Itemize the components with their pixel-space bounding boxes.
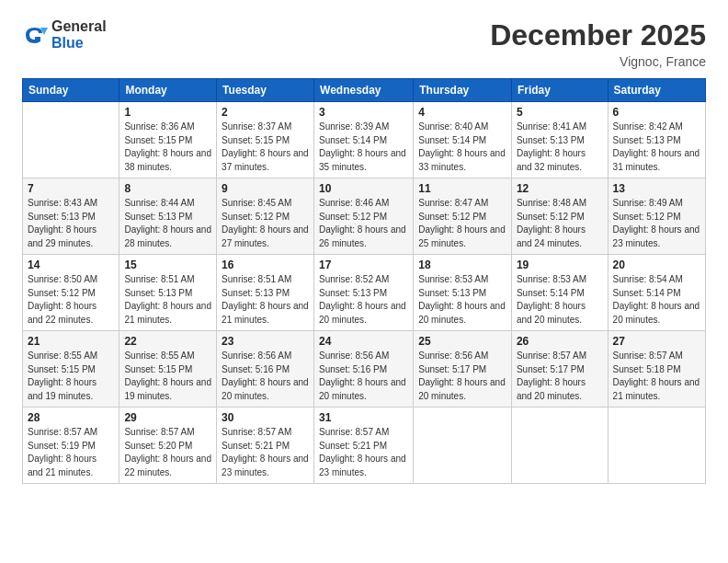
day-number: 18	[418, 259, 506, 271]
week-row-4: 21 Sunrise: 8:55 AM Sunset: 5:15 PM Dayl…	[23, 331, 706, 408]
day-info: Sunrise: 8:40 AM Sunset: 5:14 PM Dayligh…	[418, 121, 506, 174]
day-info: Sunrise: 8:56 AM Sunset: 5:16 PM Dayligh…	[319, 350, 408, 403]
daylight-text: Daylight: 8 hours and 19 minutes.	[124, 377, 211, 401]
daylight-text: Daylight: 8 hours and 20 minutes.	[418, 377, 506, 401]
daylight-text: Daylight: 8 hours and 20 minutes.	[517, 301, 586, 325]
day-number: 31	[319, 411, 408, 424]
sunrise-text: Sunrise: 8:57 AM	[222, 427, 291, 437]
day-info: Sunrise: 8:55 AM Sunset: 5:15 PM Dayligh…	[124, 350, 211, 403]
sunrise-text: Sunrise: 8:36 AM	[124, 121, 194, 132]
day-info: Sunrise: 8:57 AM Sunset: 5:18 PM Dayligh…	[613, 350, 700, 403]
day-cell: 24 Sunrise: 8:56 AM Sunset: 5:16 PM Dayl…	[314, 331, 414, 408]
day-number: 21	[28, 335, 114, 348]
day-number: 23	[222, 335, 309, 348]
day-cell: 13 Sunrise: 8:49 AM Sunset: 5:12 PM Dayl…	[608, 178, 705, 255]
month-title: December 2025	[490, 18, 706, 52]
day-cell: 15 Sunrise: 8:51 AM Sunset: 5:13 PM Dayl…	[119, 255, 217, 331]
sunrise-text: Sunrise: 8:56 AM	[319, 350, 389, 361]
sunset-text: Sunset: 5:18 PM	[613, 364, 681, 374]
sunset-text: Sunset: 5:15 PM	[124, 364, 192, 374]
sunrise-text: Sunrise: 8:55 AM	[124, 350, 194, 361]
sunrise-text: Sunrise: 8:53 AM	[517, 274, 586, 284]
day-cell: 9 Sunrise: 8:45 AM Sunset: 5:12 PM Dayli…	[217, 178, 314, 255]
daylight-text: Daylight: 8 hours and 20 minutes.	[222, 377, 309, 401]
day-number: 22	[124, 335, 211, 348]
day-cell: 12 Sunrise: 8:48 AM Sunset: 5:12 PM Dayl…	[511, 178, 608, 255]
day-cell: 2 Sunrise: 8:37 AM Sunset: 5:15 PM Dayli…	[217, 102, 314, 178]
day-number: 14	[28, 259, 114, 271]
daylight-text: Daylight: 8 hours and 20 minutes.	[418, 301, 506, 325]
sunrise-text: Sunrise: 8:55 AM	[28, 350, 97, 361]
location: Vignoc, France	[490, 54, 706, 69]
day-number: 8	[124, 182, 211, 195]
day-number: 30	[222, 411, 309, 424]
sunrise-text: Sunrise: 8:57 AM	[28, 427, 97, 437]
week-row-2: 7 Sunrise: 8:43 AM Sunset: 5:13 PM Dayli…	[23, 178, 706, 255]
day-cell: 18 Sunrise: 8:53 AM Sunset: 5:13 PM Dayl…	[414, 255, 512, 331]
daylight-text: Daylight: 8 hours and 23 minutes.	[613, 224, 700, 248]
daylight-text: Daylight: 8 hours and 22 minutes.	[28, 301, 97, 325]
sunset-text: Sunset: 5:13 PM	[222, 288, 290, 298]
day-info: Sunrise: 8:46 AM Sunset: 5:12 PM Dayligh…	[319, 197, 408, 250]
day-cell: 26 Sunrise: 8:57 AM Sunset: 5:17 PM Dayl…	[511, 331, 608, 408]
title-block: December 2025 Vignoc, France	[490, 18, 706, 69]
col-sunday: Sunday	[23, 79, 119, 102]
day-number: 20	[613, 259, 700, 271]
day-cell: 20 Sunrise: 8:54 AM Sunset: 5:14 PM Dayl…	[608, 255, 705, 331]
day-number: 19	[517, 259, 603, 271]
day-info: Sunrise: 8:49 AM Sunset: 5:12 PM Dayligh…	[613, 197, 700, 250]
daylight-text: Daylight: 8 hours and 29 minutes.	[28, 224, 97, 248]
sunset-text: Sunset: 5:19 PM	[28, 441, 96, 451]
sunset-text: Sunset: 5:13 PM	[124, 212, 192, 222]
sunrise-text: Sunrise: 8:44 AM	[124, 198, 194, 208]
day-number: 12	[517, 182, 603, 195]
sunrise-text: Sunrise: 8:53 AM	[418, 274, 488, 284]
col-thursday: Thursday	[414, 79, 512, 102]
sunset-text: Sunset: 5:15 PM	[28, 364, 96, 374]
daylight-text: Daylight: 8 hours and 23 minutes.	[222, 454, 309, 477]
day-info: Sunrise: 8:47 AM Sunset: 5:12 PM Dayligh…	[418, 197, 506, 250]
day-number: 1	[124, 106, 211, 119]
weekday-header-row: Sunday Monday Tuesday Wednesday Thursday…	[23, 79, 706, 102]
week-row-1: 1 Sunrise: 8:36 AM Sunset: 5:15 PM Dayli…	[23, 102, 706, 178]
daylight-text: Daylight: 8 hours and 27 minutes.	[222, 224, 309, 248]
day-info: Sunrise: 8:57 AM Sunset: 5:20 PM Dayligh…	[124, 426, 211, 479]
sunset-text: Sunset: 5:17 PM	[517, 364, 585, 374]
daylight-text: Daylight: 8 hours and 33 minutes.	[418, 148, 506, 172]
sunset-text: Sunset: 5:17 PM	[418, 364, 486, 374]
day-cell: 21 Sunrise: 8:55 AM Sunset: 5:15 PM Dayl…	[23, 331, 119, 408]
day-info: Sunrise: 8:57 AM Sunset: 5:19 PM Dayligh…	[28, 426, 114, 479]
daylight-text: Daylight: 8 hours and 21 minutes.	[222, 301, 309, 325]
sunrise-text: Sunrise: 8:51 AM	[222, 274, 291, 284]
logo-general-text: General	[51, 18, 107, 35]
sunset-text: Sunset: 5:12 PM	[319, 212, 387, 222]
day-number: 9	[222, 182, 309, 195]
day-cell: 16 Sunrise: 8:51 AM Sunset: 5:13 PM Dayl…	[217, 255, 314, 331]
day-number: 10	[319, 182, 408, 195]
sunrise-text: Sunrise: 8:50 AM	[28, 274, 97, 284]
daylight-text: Daylight: 8 hours and 26 minutes.	[319, 224, 406, 248]
day-cell: 6 Sunrise: 8:42 AM Sunset: 5:13 PM Dayli…	[608, 102, 705, 178]
sunset-text: Sunset: 5:21 PM	[222, 441, 290, 451]
day-info: Sunrise: 8:53 AM Sunset: 5:14 PM Dayligh…	[517, 273, 603, 327]
day-cell: 14 Sunrise: 8:50 AM Sunset: 5:12 PM Dayl…	[23, 255, 119, 331]
day-cell	[23, 102, 119, 178]
sunrise-text: Sunrise: 8:57 AM	[319, 427, 389, 437]
day-number: 25	[418, 335, 506, 348]
daylight-text: Daylight: 8 hours and 21 minutes.	[613, 377, 700, 401]
daylight-text: Daylight: 8 hours and 21 minutes.	[124, 301, 211, 325]
sunset-text: Sunset: 5:14 PM	[319, 135, 387, 145]
daylight-text: Daylight: 8 hours and 28 minutes.	[124, 224, 211, 248]
sunrise-text: Sunrise: 8:57 AM	[613, 350, 683, 361]
sunrise-text: Sunrise: 8:41 AM	[517, 121, 586, 132]
day-cell: 25 Sunrise: 8:56 AM Sunset: 5:17 PM Dayl…	[414, 331, 512, 408]
day-cell: 7 Sunrise: 8:43 AM Sunset: 5:13 PM Dayli…	[23, 178, 119, 255]
daylight-text: Daylight: 8 hours and 32 minutes.	[517, 148, 586, 172]
day-number: 3	[319, 106, 408, 119]
day-info: Sunrise: 8:44 AM Sunset: 5:13 PM Dayligh…	[124, 197, 211, 250]
sunrise-text: Sunrise: 8:57 AM	[124, 427, 194, 437]
sunset-text: Sunset: 5:12 PM	[613, 212, 681, 222]
day-info: Sunrise: 8:53 AM Sunset: 5:13 PM Dayligh…	[418, 273, 506, 327]
sunrise-text: Sunrise: 8:57 AM	[517, 350, 586, 361]
sunset-text: Sunset: 5:13 PM	[517, 135, 585, 145]
